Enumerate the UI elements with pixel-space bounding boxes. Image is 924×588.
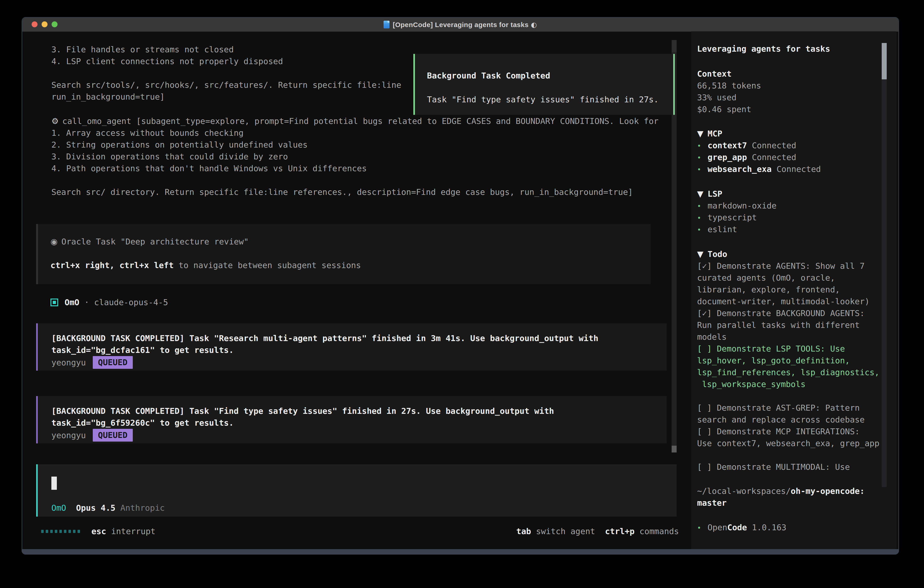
key-hint-interrupt: esc interrupt [91,525,155,537]
message-card: [BACKGROUND TASK COMPLETED] Task "Resear… [36,323,667,371]
chat-scrollbar-top [672,40,676,52]
titlebar: [OpenCode] Leveraging agents for tasks◐ [22,18,898,32]
prompt-input[interactable]: OmO Opus 4.5 Anthropic [36,464,676,517]
toast-title: Background Task Completed [427,70,550,82]
session-spinner-icon: ◐ [531,21,537,29]
oracle-task-text: ◉Oracle Task "Deep architecture review"c… [51,236,361,271]
status-badge: QUEUED [93,429,133,441]
key-hints-right: tab switch agent ctrl+p commands [516,525,679,537]
message-text: [BACKGROUND TASK COMPLETED] Task "Find t… [51,405,554,429]
message-meta: yeongyu QUEUED [51,356,133,369]
document-icon [384,21,389,28]
workspace-path: ~/local-workspaces/oh-my-opencode:master [697,485,865,509]
text-cursor [51,477,57,490]
window-bottom-edge [21,549,899,555]
omo-agent-icon [51,299,58,306]
message-meta: yeongyu QUEUED [51,429,133,441]
input-agent-line: OmO Opus 4.5 Anthropic [51,502,165,514]
author-label: yeongyu [51,358,86,367]
sidebar-session-title: Leveraging agents for tasks [697,43,830,55]
close-button[interactable] [31,21,38,27]
mcp-section: ▼MCP•context7 Connected•grep_app Connect… [697,128,821,175]
window-title: [OpenCode] Leveraging agents for tasks◐ [393,21,537,29]
sidebar-scrollbar-thumb[interactable] [882,43,887,79]
toast-notification: Background Task Completed Task "Find typ… [413,54,675,115]
oracle-task-box: ◉Oracle Task "Deep architecture review"c… [36,224,651,284]
context-section: Context66,518 tokens33% used$0.46 spent [697,68,761,115]
zoom-button[interactable] [52,21,58,27]
sidebar-scrollbar-track[interactable] [882,43,887,487]
window-title-text: [OpenCode] Leveraging agents for tasks [393,21,528,28]
message-text: [BACKGROUND TASK COMPLETED] Task "Resear… [51,332,599,356]
author-label: yeongyu [51,431,86,440]
todo-section: ▼Todo[✓] Demonstrate AGENTS: Show all 7c… [697,248,879,473]
scrollback-text: 3. File handles or streams not closed4. … [51,44,401,103]
lsp-section: ▼LSP•markdown-oxide•typescript•eslint [697,188,776,235]
version-line: •OpenCode 1.0.163 [697,522,787,533]
status-badge: QUEUED [93,356,133,369]
screen: { "window": { "title": "[OpenCode] Lever… [0,0,924,588]
spinner-dots [41,530,82,533]
toast-body: Task "Find type safety issues" finished … [427,94,659,106]
chat-scrollbar-thumb[interactable] [672,446,676,453]
message-card: [BACKGROUND TASK COMPLETED] Task "Find t… [36,396,667,443]
agent-header-text: OmO · claude-opus-4-5 [64,297,168,308]
minimize-button[interactable] [41,21,48,27]
tool-call-block: ⚙call_omo_agent [subagent_type=explore, … [51,115,659,198]
agent-header: OmO · claude-opus-4-5 [51,297,168,308]
